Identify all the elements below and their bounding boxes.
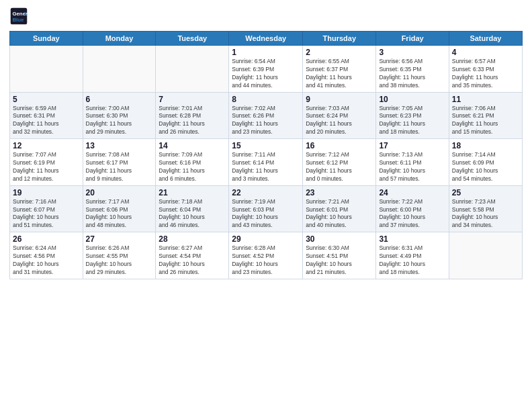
day-info: Sunrise: 7:22 AM Sunset: 6:00 PM Dayligh… bbox=[379, 198, 445, 230]
day-info: Sunrise: 7:19 AM Sunset: 6:03 PM Dayligh… bbox=[232, 198, 300, 230]
calendar-day-3: 3Sunrise: 6:56 AM Sunset: 6:35 PM Daylig… bbox=[376, 46, 449, 93]
day-number: 16 bbox=[306, 141, 373, 150]
day-number: 3 bbox=[379, 48, 445, 57]
calendar-day-21: 21Sunrise: 7:18 AM Sunset: 6:04 PM Dayli… bbox=[156, 185, 229, 232]
day-number: 22 bbox=[232, 188, 300, 197]
calendar-header-row: SundayMondayTuesdayWednesdayThursdayFrid… bbox=[10, 32, 523, 46]
day-number: 12 bbox=[13, 141, 80, 150]
day-number: 28 bbox=[159, 234, 226, 244]
day-info: Sunrise: 6:54 AM Sunset: 6:39 PM Dayligh… bbox=[232, 58, 300, 90]
calendar-day-15: 15Sunrise: 7:11 AM Sunset: 6:14 PM Dayli… bbox=[229, 139, 303, 186]
calendar-week-row: 26Sunrise: 6:24 AM Sunset: 4:56 PM Dayli… bbox=[10, 232, 523, 279]
calendar-week-row: 12Sunrise: 7:07 AM Sunset: 6:19 PM Dayli… bbox=[10, 139, 523, 186]
day-header-wednesday: Wednesday bbox=[229, 32, 303, 46]
day-number: 14 bbox=[159, 141, 226, 150]
calendar-day-31: 31Sunrise: 6:31 AM Sunset: 4:49 PM Dayli… bbox=[376, 232, 449, 279]
calendar-day-19: 19Sunrise: 7:16 AM Sunset: 6:07 PM Dayli… bbox=[10, 185, 83, 232]
calendar-week-row: 5Sunrise: 6:59 AM Sunset: 6:31 PM Daylig… bbox=[10, 92, 523, 139]
day-header-monday: Monday bbox=[83, 32, 156, 46]
day-number: 7 bbox=[159, 95, 226, 104]
calendar-day-17: 17Sunrise: 7:13 AM Sunset: 6:11 PM Dayli… bbox=[376, 139, 449, 186]
calendar-day-2: 2Sunrise: 6:55 AM Sunset: 6:37 PM Daylig… bbox=[303, 46, 376, 93]
day-number: 2 bbox=[306, 48, 373, 57]
calendar-day-18: 18Sunrise: 7:14 AM Sunset: 6:09 PM Dayli… bbox=[449, 139, 522, 186]
day-info: Sunrise: 7:09 AM Sunset: 6:16 PM Dayligh… bbox=[159, 151, 226, 183]
calendar-day-30: 30Sunrise: 6:30 AM Sunset: 4:51 PM Dayli… bbox=[303, 232, 376, 279]
day-info: Sunrise: 7:21 AM Sunset: 6:01 PM Dayligh… bbox=[306, 198, 373, 230]
calendar-week-row: 1Sunrise: 6:54 AM Sunset: 6:39 PM Daylig… bbox=[10, 46, 523, 93]
calendar-day-11: 11Sunrise: 7:06 AM Sunset: 6:21 PM Dayli… bbox=[449, 92, 522, 139]
day-info: Sunrise: 7:12 AM Sunset: 6:12 PM Dayligh… bbox=[306, 151, 373, 183]
day-number: 19 bbox=[13, 188, 80, 197]
day-number: 30 bbox=[306, 234, 373, 244]
calendar-day-23: 23Sunrise: 7:21 AM Sunset: 6:01 PM Dayli… bbox=[303, 185, 376, 232]
calendar-day-7: 7Sunrise: 7:01 AM Sunset: 6:28 PM Daylig… bbox=[156, 92, 229, 139]
day-number: 17 bbox=[379, 141, 445, 150]
calendar-day-27: 27Sunrise: 6:26 AM Sunset: 4:55 PM Dayli… bbox=[83, 232, 156, 279]
day-info: Sunrise: 7:05 AM Sunset: 6:23 PM Dayligh… bbox=[379, 105, 445, 137]
calendar-day-16: 16Sunrise: 7:12 AM Sunset: 6:12 PM Dayli… bbox=[303, 139, 376, 186]
calendar-empty-cell bbox=[83, 46, 156, 93]
calendar-day-5: 5Sunrise: 6:59 AM Sunset: 6:31 PM Daylig… bbox=[10, 92, 83, 139]
day-info: Sunrise: 7:02 AM Sunset: 6:26 PM Dayligh… bbox=[232, 105, 300, 137]
day-info: Sunrise: 7:17 AM Sunset: 6:06 PM Dayligh… bbox=[86, 198, 153, 230]
day-info: Sunrise: 6:24 AM Sunset: 4:56 PM Dayligh… bbox=[13, 244, 80, 277]
day-info: Sunrise: 7:13 AM Sunset: 6:11 PM Dayligh… bbox=[379, 151, 445, 183]
day-number: 9 bbox=[306, 95, 373, 104]
day-info: Sunrise: 6:26 AM Sunset: 4:55 PM Dayligh… bbox=[86, 244, 153, 277]
calendar-day-29: 29Sunrise: 6:28 AM Sunset: 4:52 PM Dayli… bbox=[229, 232, 303, 279]
calendar-day-24: 24Sunrise: 7:22 AM Sunset: 6:00 PM Dayli… bbox=[376, 185, 449, 232]
day-info: Sunrise: 7:07 AM Sunset: 6:19 PM Dayligh… bbox=[13, 151, 80, 183]
calendar: SundayMondayTuesdayWednesdayThursdayFrid… bbox=[9, 31, 523, 279]
day-number: 1 bbox=[232, 48, 300, 57]
day-number: 10 bbox=[379, 95, 445, 104]
calendar-day-6: 6Sunrise: 7:00 AM Sunset: 6:30 PM Daylig… bbox=[83, 92, 156, 139]
day-number: 31 bbox=[379, 234, 445, 244]
calendar-empty-cell bbox=[10, 46, 83, 93]
svg-text:Blue: Blue bbox=[12, 17, 24, 23]
day-info: Sunrise: 6:28 AM Sunset: 4:52 PM Dayligh… bbox=[232, 244, 300, 277]
day-info: Sunrise: 6:31 AM Sunset: 4:49 PM Dayligh… bbox=[379, 244, 445, 277]
day-number: 8 bbox=[232, 95, 300, 104]
day-info: Sunrise: 7:08 AM Sunset: 6:17 PM Dayligh… bbox=[86, 151, 153, 183]
calendar-empty-cell bbox=[156, 46, 229, 93]
calendar-day-26: 26Sunrise: 6:24 AM Sunset: 4:56 PM Dayli… bbox=[10, 232, 83, 279]
day-number: 20 bbox=[86, 188, 153, 197]
day-number: 15 bbox=[232, 141, 300, 150]
day-info: Sunrise: 7:23 AM Sunset: 5:58 PM Dayligh… bbox=[452, 198, 519, 230]
day-number: 23 bbox=[306, 188, 373, 197]
day-header-sunday: Sunday bbox=[10, 32, 83, 46]
day-header-saturday: Saturday bbox=[449, 32, 522, 46]
day-number: 26 bbox=[13, 234, 80, 244]
calendar-day-9: 9Sunrise: 7:03 AM Sunset: 6:24 PM Daylig… bbox=[303, 92, 376, 139]
day-info: Sunrise: 6:55 AM Sunset: 6:37 PM Dayligh… bbox=[306, 58, 373, 90]
day-info: Sunrise: 6:56 AM Sunset: 6:35 PM Dayligh… bbox=[379, 58, 445, 90]
day-info: Sunrise: 7:06 AM Sunset: 6:21 PM Dayligh… bbox=[452, 105, 519, 137]
day-info: Sunrise: 7:18 AM Sunset: 6:04 PM Dayligh… bbox=[159, 198, 226, 230]
calendar-day-28: 28Sunrise: 6:27 AM Sunset: 4:54 PM Dayli… bbox=[156, 232, 229, 279]
day-header-thursday: Thursday bbox=[303, 32, 376, 46]
day-number: 18 bbox=[452, 141, 519, 150]
day-info: Sunrise: 6:57 AM Sunset: 6:33 PM Dayligh… bbox=[452, 58, 519, 90]
day-number: 27 bbox=[86, 234, 153, 244]
day-number: 13 bbox=[86, 141, 153, 150]
day-info: Sunrise: 7:14 AM Sunset: 6:09 PM Dayligh… bbox=[452, 151, 519, 183]
calendar-day-25: 25Sunrise: 7:23 AM Sunset: 5:58 PM Dayli… bbox=[449, 185, 522, 232]
calendar-week-row: 19Sunrise: 7:16 AM Sunset: 6:07 PM Dayli… bbox=[10, 185, 523, 232]
day-number: 24 bbox=[379, 188, 445, 197]
day-info: Sunrise: 7:16 AM Sunset: 6:07 PM Dayligh… bbox=[13, 198, 80, 230]
day-info: Sunrise: 6:30 AM Sunset: 4:51 PM Dayligh… bbox=[306, 244, 373, 277]
calendar-day-13: 13Sunrise: 7:08 AM Sunset: 6:17 PM Dayli… bbox=[83, 139, 156, 186]
calendar-day-4: 4Sunrise: 6:57 AM Sunset: 6:33 PM Daylig… bbox=[449, 46, 522, 93]
day-info: Sunrise: 7:11 AM Sunset: 6:14 PM Dayligh… bbox=[232, 151, 300, 183]
day-number: 11 bbox=[452, 95, 519, 104]
calendar-day-10: 10Sunrise: 7:05 AM Sunset: 6:23 PM Dayli… bbox=[376, 92, 449, 139]
day-number: 4 bbox=[452, 48, 519, 57]
calendar-day-20: 20Sunrise: 7:17 AM Sunset: 6:06 PM Dayli… bbox=[83, 185, 156, 232]
calendar-day-22: 22Sunrise: 7:19 AM Sunset: 6:03 PM Dayli… bbox=[229, 185, 303, 232]
day-header-friday: Friday bbox=[376, 32, 449, 46]
day-number: 21 bbox=[159, 188, 226, 197]
day-header-tuesday: Tuesday bbox=[156, 32, 229, 46]
day-number: 5 bbox=[13, 95, 80, 104]
day-number: 6 bbox=[86, 95, 153, 104]
